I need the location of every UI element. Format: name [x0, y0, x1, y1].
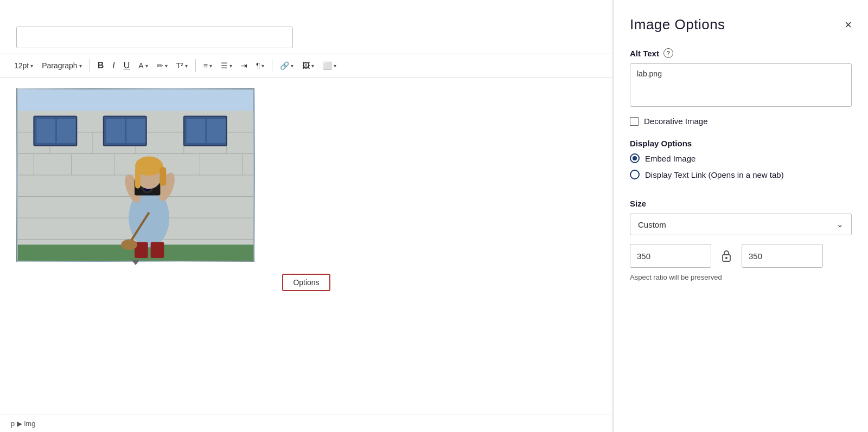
- size-dropdown[interactable]: Custom ⌄: [630, 214, 852, 235]
- svg-rect-20: [36, 119, 55, 143]
- highlight-button[interactable]: ✏ ▾: [154, 59, 171, 72]
- embed-chevron-icon: ▾: [334, 63, 336, 69]
- svg-rect-23: [106, 119, 125, 143]
- align-chevron-icon: ▾: [209, 63, 212, 69]
- editor-content: Options: [0, 78, 612, 415]
- breadcrumb: p ▶ img: [0, 415, 612, 432]
- paragraph-picker[interactable]: Paragraph ▾: [39, 59, 85, 72]
- size-section: Size Custom ⌄ Aspect ratio will be prese…: [630, 199, 852, 281]
- toolbar-divider-1: [90, 59, 90, 72]
- text-input-field[interactable]: [16, 27, 293, 48]
- decorative-image-row: Decorative Image: [630, 117, 852, 126]
- text-link-radio[interactable]: [630, 170, 640, 179]
- font-color-chevron-icon: ▾: [145, 63, 148, 69]
- alt-text-input[interactable]: lab.png: [630, 63, 852, 107]
- toolbar: 12pt ▾ Paragraph ▾ B I U A ▾ ✏ ▾ T² ▾: [0, 54, 612, 78]
- svg-rect-26: [187, 119, 206, 143]
- paragraph-mark-button[interactable]: ¶ ▾: [253, 59, 268, 72]
- editor-top-bar: [0, 0, 612, 54]
- superscript-button[interactable]: T² ▾: [173, 59, 191, 72]
- svg-rect-27: [207, 119, 226, 143]
- svg-rect-43: [159, 167, 166, 186]
- panel-header: Image Options ×: [630, 16, 852, 33]
- embed-image-radio[interactable]: [630, 153, 640, 163]
- embed-image-row: Embed Image: [630, 153, 852, 163]
- editor-area: 12pt ▾ Paragraph ▾ B I U A ▾ ✏ ▾ T² ▾: [0, 0, 613, 432]
- display-options-section: Display Options Embed Image Display Text…: [630, 139, 852, 186]
- text-link-row: Display Text Link (Opens in a new tab): [630, 170, 852, 179]
- dimensions-row: [630, 244, 852, 268]
- lock-icon[interactable]: [718, 247, 735, 265]
- text-link-label: Display Text Link (Opens in a new tab): [645, 170, 784, 179]
- toolbar-divider-2: [195, 59, 196, 72]
- toolbar-divider-3: [272, 59, 272, 72]
- bold-button[interactable]: B: [94, 59, 107, 73]
- height-input[interactable]: [742, 244, 823, 268]
- image-chevron-icon: ▾: [311, 63, 314, 69]
- panel-title: Image Options: [630, 16, 725, 33]
- highlight-chevron-icon: ▾: [165, 63, 168, 69]
- decorative-image-checkbox[interactable]: [630, 117, 639, 126]
- svg-rect-21: [57, 119, 76, 143]
- svg-rect-24: [126, 119, 145, 143]
- alt-text-help-icon[interactable]: ?: [663, 48, 673, 58]
- size-label: Size: [630, 199, 852, 208]
- list-button[interactable]: ☰ ▾: [218, 59, 235, 72]
- options-button[interactable]: Options: [282, 274, 330, 291]
- width-input[interactable]: [630, 244, 711, 268]
- image-preview: [16, 88, 255, 262]
- font-size-picker[interactable]: 12pt ▾: [11, 59, 36, 72]
- options-button-container: Options: [16, 274, 596, 291]
- image-button[interactable]: 🖼 ▾: [299, 59, 317, 72]
- image-container: [16, 88, 255, 262]
- link-button[interactable]: 🔗 ▾: [277, 59, 297, 72]
- size-chevron-icon: ⌄: [837, 220, 844, 229]
- font-color-button[interactable]: A ▾: [135, 59, 151, 72]
- svg-rect-45: [151, 242, 164, 258]
- svg-point-47: [121, 240, 137, 250]
- close-button[interactable]: ×: [845, 19, 852, 31]
- embed-image-label: Embed Image: [645, 154, 695, 163]
- underline-button[interactable]: U: [120, 59, 133, 73]
- italic-button[interactable]: I: [109, 59, 118, 73]
- decorative-image-label: Decorative Image: [644, 117, 708, 126]
- font-size-chevron-icon: ▾: [30, 63, 33, 69]
- indent-button[interactable]: ⇥: [238, 59, 251, 72]
- paragraph-chevron-icon: ▾: [79, 63, 82, 69]
- svg-rect-42: [135, 167, 141, 189]
- display-options-label: Display Options: [630, 139, 852, 148]
- embed-button[interactable]: ⬜ ▾: [320, 59, 340, 72]
- svg-point-49: [725, 257, 727, 259]
- aspect-ratio-text: Aspect ratio will be preserved: [630, 273, 852, 281]
- radio-dot: [633, 156, 637, 160]
- paragraph-mark-chevron-icon: ▾: [261, 63, 264, 69]
- list-chevron-icon: ▾: [229, 63, 232, 69]
- link-chevron-icon: ▾: [291, 63, 293, 69]
- alt-text-label: Alt Text ?: [630, 48, 852, 58]
- superscript-chevron-icon: ▾: [185, 63, 188, 69]
- image-options-panel: Image Options × Alt Text ? lab.png Decor…: [613, 0, 868, 432]
- image-resize-handle[interactable]: [131, 260, 140, 265]
- align-button[interactable]: ≡ ▾: [200, 59, 215, 72]
